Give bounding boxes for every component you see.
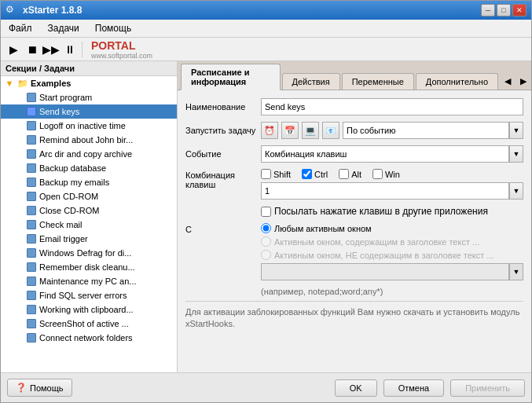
tab-schedule[interactable]: Расписание и информация [181, 64, 281, 90]
toolbar-run-button[interactable]: ▶ [4, 41, 23, 58]
tree-item-maintenance[interactable]: Maintenance my PC an... [1, 274, 177, 288]
shift-checkbox[interactable] [261, 169, 271, 179]
tree-item-email-trigger[interactable]: Email trigger [1, 232, 177, 246]
ctrl-checkbox-label[interactable]: Ctrl [302, 169, 328, 179]
ctrl-checkbox[interactable] [302, 169, 312, 179]
radio-not-containing-input[interactable] [261, 250, 271, 260]
key-input-row: ▼ [261, 182, 523, 200]
ok-button[interactable]: OK [335, 379, 377, 397]
tree-item-examples[interactable]: ▼ 📁 Examples [1, 76, 177, 90]
title-bar: ⚙ xStarter 1.8.8 ─ □ ✕ [1, 1, 531, 20]
menu-file[interactable]: Файл [4, 21, 37, 35]
tree-item-arc[interactable]: Arc dir and copy archive [1, 147, 177, 161]
modifier-checkboxes: Shift Ctrl Alt [261, 169, 523, 179]
minimize-button[interactable]: ─ [481, 4, 495, 16]
folder-icon: 📁 [17, 78, 28, 89]
tree-item-send-keys[interactable]: Send keys [1, 104, 177, 119]
launch-label: Запустить задачу [185, 126, 256, 135]
window-radio-group: Любым активным окном Активным окном, сод… [261, 223, 523, 280]
info-text: Для активации заблокированных функций Ва… [185, 306, 523, 331]
shift-checkbox-label[interactable]: Shift [261, 169, 291, 179]
launch-btn-1[interactable]: ⏰ [261, 122, 278, 139]
alt-checkbox-label[interactable]: Alt [339, 169, 361, 179]
task-icon [26, 318, 37, 329]
menu-help[interactable]: Помощь [90, 21, 136, 35]
task-icon [26, 219, 37, 230]
tree-item-disk-cleanup[interactable]: Remember disk cleanu... [1, 260, 177, 274]
radio-any-input[interactable] [261, 223, 271, 233]
tree-item-open-cd[interactable]: Open CD-ROM [1, 189, 177, 203]
launch-dropdown-value: По событию [343, 122, 509, 139]
help-icon: ❓ [16, 383, 27, 393]
tab-nav-left[interactable]: ◀ [500, 73, 515, 90]
name-input[interactable] [261, 98, 523, 115]
event-label: Событие [185, 149, 256, 159]
send-checkbox[interactable] [261, 207, 271, 217]
toolbar-pause-button[interactable]: ⏸ [61, 41, 79, 58]
help-label: Помощь [30, 383, 64, 393]
task-icon [26, 205, 37, 216]
window-title: xStarter 1.8.8 [23, 5, 82, 16]
toolbar-stop-button[interactable]: ⏹ [23, 41, 42, 58]
apply-button[interactable]: Применить [450, 379, 525, 397]
task-icon [26, 163, 37, 174]
cancel-button[interactable]: Отмена [383, 379, 444, 397]
radio-containing-window[interactable]: Активным окном, содержащим в заголовке т… [261, 236, 523, 247]
tree-item-defrag[interactable]: Windows Defrag for di... [1, 246, 177, 260]
combo-row: Комбинацияклавиш Shift Ctrl [185, 169, 523, 200]
win-checkbox[interactable] [372, 169, 383, 179]
radio-not-containing-window[interactable]: Активным окном, НЕ содержащим в заголовк… [261, 250, 523, 260]
content-area: Расписание и информация Действия Перемен… [178, 61, 531, 372]
expand-icon: ▼ [4, 78, 15, 89]
portal-logo-area: PORTAL www.softportal.com [91, 39, 152, 60]
radio-any-window[interactable]: Любым активным окном [261, 223, 523, 233]
tree-item-network-folders[interactable]: Connect network folders [1, 331, 177, 345]
example-text: (например, notepad;word;any*) [185, 287, 523, 296]
task-icon [26, 262, 37, 273]
launch-btn-3[interactable]: 💻 [302, 122, 319, 139]
tree-item-screenshot[interactable]: ScreenShot of active ... [1, 317, 177, 331]
event-row: Событие Комбинация клавиш ▼ [185, 145, 523, 163]
radio-containing-input[interactable] [261, 236, 271, 247]
event-dropdown[interactable]: Комбинация клавиш ▼ [261, 145, 523, 163]
task-icon [26, 106, 37, 117]
tree-item-remind[interactable]: Remind about John bir... [1, 133, 177, 147]
close-button[interactable]: ✕ [512, 4, 526, 16]
task-icon [26, 120, 37, 131]
portal-sub: www.softportal.com [91, 52, 152, 60]
help-button[interactable]: ❓ Помощь [7, 379, 72, 397]
tab-variables[interactable]: Переменные [342, 73, 414, 90]
alt-checkbox[interactable] [339, 169, 349, 179]
toolbar-next-button[interactable]: ▶▶ [42, 41, 61, 58]
win-checkbox-label[interactable]: Win [372, 169, 400, 179]
app-icon: ⚙ [6, 4, 18, 16]
combo-label: Комбинацияклавиш [185, 169, 256, 189]
launch-dropdown[interactable]: По событию ▼ [343, 122, 523, 139]
tab-advanced[interactable]: Дополнительно [416, 73, 498, 90]
key-input[interactable] [261, 182, 509, 200]
tree-item-start-program[interactable]: Start program [1, 90, 177, 104]
tab-actions[interactable]: Действия [282, 73, 340, 90]
send-checkbox-row: Посылать нажатие клавиш в другие приложе… [185, 206, 523, 217]
tree-item-check-mail[interactable]: Check mail [1, 218, 177, 232]
launch-btn-4[interactable]: 📧 [322, 122, 339, 139]
launch-btn-2[interactable]: 📅 [281, 122, 299, 139]
maximize-button[interactable]: □ [497, 4, 511, 16]
tree-item-logoff[interactable]: Logoff on inactive time [1, 119, 177, 133]
menu-tasks[interactable]: Задачи [43, 21, 84, 35]
key-dropdown-arrow[interactable]: ▼ [509, 182, 523, 200]
tree-item-sql[interactable]: Find SQL server errors [1, 288, 177, 302]
event-dropdown-arrow[interactable]: ▼ [509, 145, 523, 163]
tree-item-backup-emails[interactable]: Backup my emails [1, 175, 177, 189]
launch-dropdown-arrow[interactable]: ▼ [509, 122, 523, 139]
window-filter-arrow[interactable]: ▼ [509, 263, 523, 280]
tab-nav-right[interactable]: ▶ [515, 73, 531, 90]
sidebar-tree[interactable]: ▼ 📁 Examples Start program Send keys Log… [1, 76, 177, 372]
tree-item-clipboard[interactable]: Working with clipboard... [1, 302, 177, 317]
c-row: С Любым активным окном Активным окном, с… [185, 223, 523, 280]
c-label: С [185, 223, 256, 234]
window-filter: ▼ [261, 263, 523, 280]
window-controls: ─ □ ✕ [481, 4, 526, 16]
tree-item-close-cd[interactable]: Close CD-ROM [1, 203, 177, 218]
tree-item-backup-db[interactable]: Backup database [1, 161, 177, 175]
